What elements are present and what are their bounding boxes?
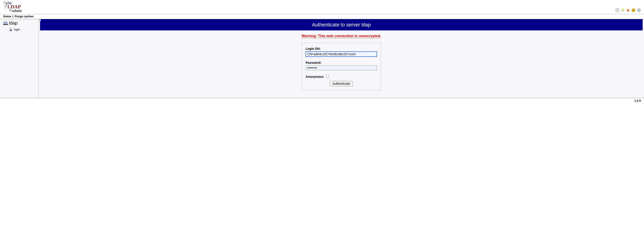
server-icon	[3, 21, 8, 26]
help-icon[interactable]: ?	[615, 8, 619, 12]
svg-rect-15	[622, 11, 623, 12]
phpldapadmin-logo-icon: php LDAP admin	[3, 1, 28, 14]
authenticate-button[interactable]: Authenticate	[330, 81, 353, 86]
password-row: Password:	[306, 61, 377, 70]
bug-icon[interactable]	[626, 8, 630, 12]
page-title: Authenticate to server ldap	[40, 19, 643, 30]
nav-home-link[interactable]: Home	[3, 15, 11, 18]
header-icon-group: ? ?	[615, 8, 641, 14]
svg-rect-25	[3, 24, 8, 25]
login-form-box: Login DN: Password: Anonymous Authentica…	[302, 43, 381, 90]
sidebar-login-label: login	[14, 28, 20, 31]
sidebar-login-item[interactable]: login	[9, 28, 37, 31]
password-label: Password:	[306, 61, 377, 64]
login-dn-row: Login DN:	[306, 47, 377, 57]
anonymous-checkbox[interactable]	[326, 75, 329, 78]
svg-point-18	[632, 9, 635, 12]
svg-text:admin: admin	[12, 9, 22, 13]
page-root: php LDAP admin ?	[0, 0, 644, 103]
nav-separator: |	[12, 15, 14, 18]
anonymous-row: Anonymous	[306, 74, 377, 79]
anonymous-label: Anonymous	[306, 75, 324, 78]
question-icon[interactable]: ?	[637, 8, 641, 12]
warning-text: Warning: This web connection is unencryp…	[302, 34, 381, 38]
footer-version: 1.2.5	[0, 98, 644, 103]
header-bar: php LDAP admin ?	[0, 0, 644, 14]
smiley-icon[interactable]	[632, 8, 636, 12]
svg-rect-24	[4, 22, 7, 24]
app-logo: php LDAP admin	[3, 1, 28, 14]
sidebar: + ldap login	[0, 19, 39, 98]
login-dn-input[interactable]	[306, 51, 377, 57]
main-content: Authenticate to server ldap Warning: Thi…	[39, 19, 644, 98]
svg-point-26	[10, 28, 12, 29]
svg-text:?: ?	[638, 9, 640, 12]
nav-purge-link[interactable]: Purge caches	[14, 15, 34, 18]
person-icon	[9, 28, 12, 31]
login-dn-label: Login DN:	[306, 47, 377, 51]
server-name-label: ldap	[9, 21, 18, 26]
server-tree-node[interactable]: ldap	[3, 21, 37, 26]
submit-row: Authenticate	[306, 81, 377, 86]
svg-point-14	[622, 9, 624, 11]
nav-bar: Home | Purge caches	[0, 14, 644, 19]
svg-point-20	[634, 10, 634, 10]
svg-text:?: ?	[616, 9, 618, 12]
password-input[interactable]	[306, 65, 377, 70]
body-area: + ldap login Authenticate to server ldap	[0, 19, 644, 98]
idea-icon[interactable]	[620, 8, 625, 12]
svg-point-19	[633, 10, 633, 10]
warning-banner: Warning: This web connection is unencryp…	[40, 34, 643, 38]
sidebar-toggle-icon[interactable]: +	[38, 19, 41, 21]
